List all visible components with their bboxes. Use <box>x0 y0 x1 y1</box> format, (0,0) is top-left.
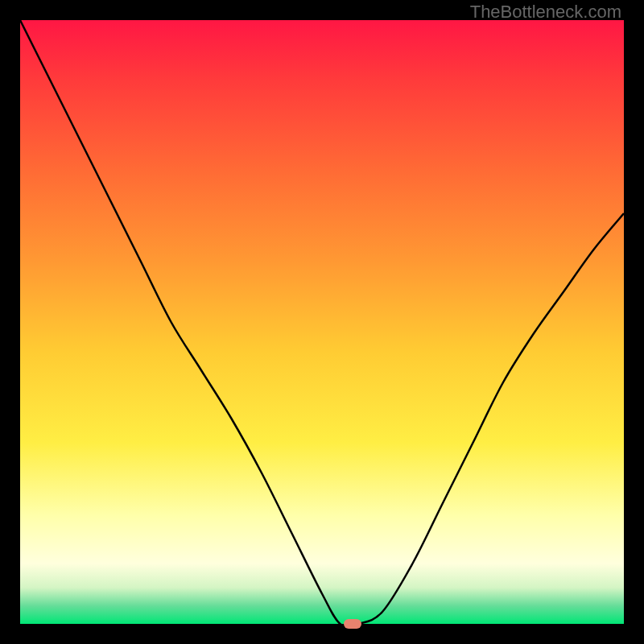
plot-area <box>20 20 624 624</box>
watermark-text: TheBottleneck.com <box>470 2 621 23</box>
optimal-marker <box>344 619 361 629</box>
bottleneck-curve <box>20 20 624 624</box>
chart-container: TheBottleneck.com <box>0 0 644 644</box>
